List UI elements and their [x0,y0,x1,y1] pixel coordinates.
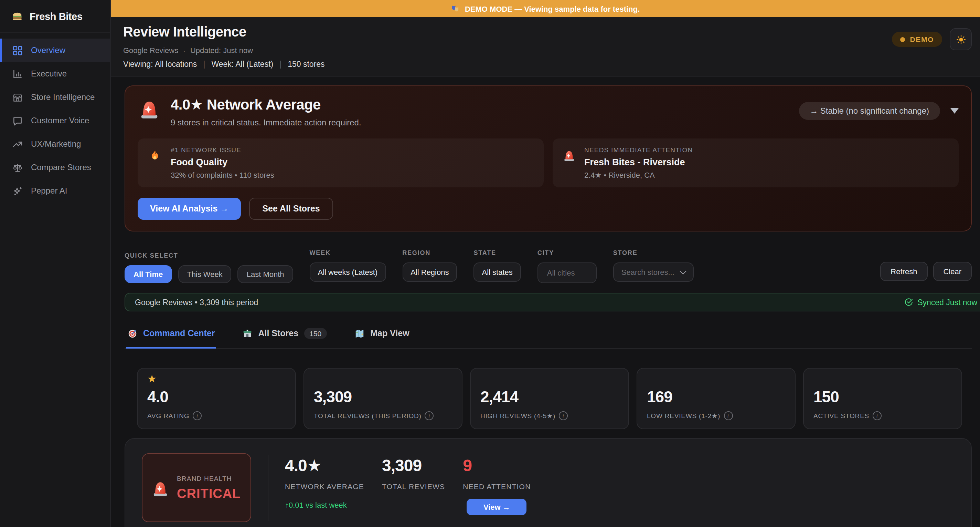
sidebar-item-compare-stores[interactable]: Compare Stores [0,156,110,179]
region-filter-label: REGION [402,249,457,256]
week-select[interactable]: All weeks (Latest) [310,262,386,282]
region-select[interactable]: All Regions [402,262,457,282]
filter-bar: QUICK SELECT All Time This Week Last Mon… [124,249,972,283]
trending-up-icon [12,138,24,150]
sidebar-item-label: Compare Stores [31,163,91,172]
app-window: Fresh Bites Overview Executive Store Int… [0,0,980,527]
network-issue-card[interactable]: #1 NETWORK ISSUE Food Quality 32% of com… [138,139,544,187]
pipe-separator: | [203,60,205,68]
updated-label: Updated: Just now [190,46,253,54]
sidebar-item-label: Overview [31,45,65,55]
brand-health-status: CRITICAL [177,486,240,501]
sparkles-icon [12,185,24,197]
attention-store-card[interactable]: NEEDS IMMEDIATE ATTENTION Fresh Bites - … [553,139,959,187]
store-front-icon [242,328,253,339]
collapse-chevron-icon[interactable] [950,108,959,114]
brand-health-label: BRAND HEALTH [177,474,240,482]
sidebar-item-label: Store Intelligence [31,92,95,102]
bar-chart-icon [12,68,24,80]
chevron-down-icon [679,268,686,275]
siren-icon [138,96,161,120]
attention-store-name: Fresh Bites - Riverside [584,157,693,168]
siren-icon [151,478,170,497]
grid-icon [12,45,24,56]
info-icon[interactable]: i [425,411,434,420]
page-title: Review Intelligence [123,24,892,40]
viewing-summary: Viewing: All locations | Week: All (Late… [123,60,892,68]
sidebar-item-label: Pepper AI [31,186,67,196]
view-tabs: Command Center All Stores 150 Map View [124,324,972,348]
fire-icon [147,148,162,163]
viewing-stores: 150 stores [288,60,325,68]
source-label: Google Reviews [123,46,178,54]
sidebar-item-customer-voice[interactable]: Customer Voice [0,109,110,132]
banner-text: DEMO MODE — Viewing sample data for test… [465,5,640,13]
stat-need-attention: 9 NEED ATTENTION View → [463,456,531,515]
sidebar-item-label: Customer Voice [31,116,89,125]
alert-subtitle: 9 stores in critical status. Immediate a… [171,118,799,128]
tab-map-view[interactable]: Map View [353,324,410,348]
state-filter-label: STATE [474,249,520,256]
sidebar-item-executive[interactable]: Executive [0,62,110,85]
map-icon [355,328,365,339]
viewing-locations: Viewing: All locations [123,60,197,68]
issue-meta: 32% of complaints • 110 stores [171,171,274,179]
page-content: 4.0★ Network Average 9 stores in critica… [111,77,980,527]
chat-bubble-icon [12,115,24,126]
sidebar-item-store-intelligence[interactable]: Store Intelligence [0,85,110,109]
store-search-select[interactable]: Search stores... [613,262,694,282]
stat-total-reviews: 3,309 TOTAL REVIEWS [382,456,445,515]
info-icon[interactable]: i [724,411,733,420]
quick-all-time-button[interactable]: All Time [124,265,172,283]
alert-title: 4.0★ Network Average [171,96,799,113]
sidebar-item-pepper-ai[interactable]: Pepper AI [0,179,110,203]
kpi-high-reviews: 2,414 HIGH REVIEWS (4-5★)i [470,368,629,429]
city-input[interactable] [546,268,589,278]
viewing-week: Week: All (Latest) [211,60,273,68]
theater-masks-icon [451,4,460,13]
theme-toggle-button[interactable] [950,28,972,50]
app-title: Fresh Bites [30,11,83,22]
tab-command-center[interactable]: Command Center [126,324,216,348]
dot-separator: · [183,46,186,54]
attention-label: NEEDS IMMEDIATE ATTENTION [584,146,693,153]
demo-dot-icon [900,37,905,42]
quick-this-week-button[interactable]: This Week [178,265,232,283]
clear-button[interactable]: Clear [933,262,972,281]
view-ai-analysis-button[interactable]: View AI Analysis → [138,198,241,220]
kpi-total-reviews: 3,309 TOTAL REVIEWS (THIS PERIOD)i [304,368,463,429]
sidebar-item-ux-marketing[interactable]: UX/Marketing [0,132,110,156]
delta-vs-last-week: ↑0.01 vs last week [285,501,347,509]
target-icon [127,328,138,339]
divider [268,455,269,521]
refresh-button[interactable]: Refresh [880,262,928,281]
page-header: Review Intelligence Google Reviews · Upd… [111,17,980,77]
stat-network-average: 4.0★ NETWORK AVERAGE ↑0.01 vs last week [285,456,364,515]
pipe-separator: | [279,60,282,68]
sandwich-icon [11,10,24,23]
city-filter-label: CITY [538,249,597,256]
view-attention-button[interactable]: View → [467,499,527,515]
tab-all-stores[interactable]: All Stores 150 [241,324,328,348]
sidebar-item-overview[interactable]: Overview [0,38,110,62]
star-icon: ★ [147,374,286,384]
issue-title: Food Quality [171,157,274,168]
state-select[interactable]: All states [474,262,520,282]
city-input-wrap [538,262,597,283]
store-count-badge: 150 [304,328,327,339]
info-icon[interactable]: i [193,411,202,420]
kpi-low-reviews: 169 LOW REVIEWS (1-2★)i [636,368,795,429]
sun-icon [956,34,966,45]
check-circle-icon [904,298,913,307]
synced-label: Synced Just now [917,298,977,306]
quick-last-month-button[interactable]: Last Month [238,265,293,283]
info-icon[interactable]: i [873,411,881,420]
store-filter-label: STORE [613,249,694,256]
issue-label: #1 NETWORK ISSUE [171,146,274,153]
info-icon[interactable]: i [559,411,568,420]
app-logo: Fresh Bites [0,0,110,33]
see-all-stores-button[interactable]: See All Stores [249,198,333,220]
sidebar-item-label: UX/Marketing [31,139,81,149]
trend-status-pill: → Stable (no significant change) [799,102,940,120]
scales-icon [12,161,24,173]
